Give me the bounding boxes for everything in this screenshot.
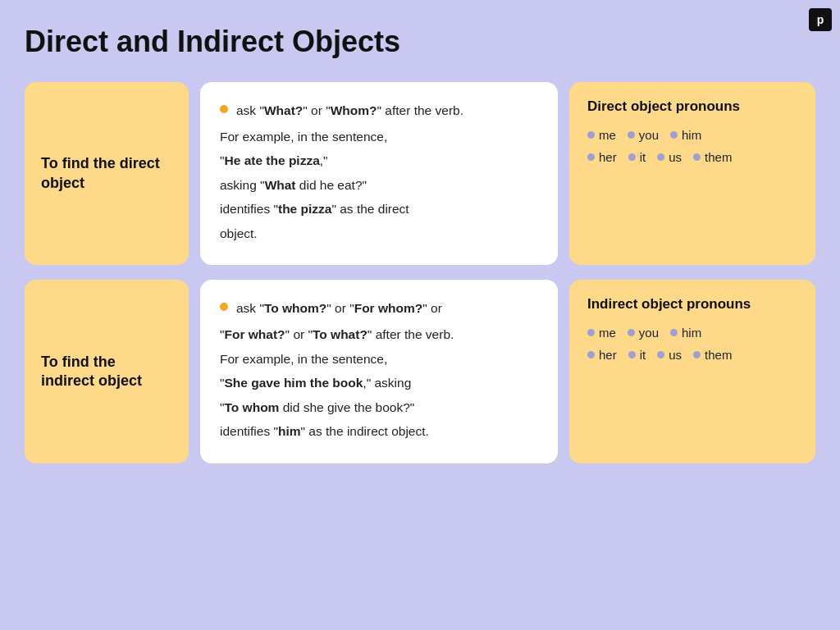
- direct-object-example-sentence: "He ate the pizza,": [220, 150, 538, 171]
- direct-object-example-intro: For example, in the sentence,: [220, 126, 538, 148]
- pronoun-them-indirect: them: [693, 348, 732, 362]
- direct-object-label-box: To find the direct object: [25, 82, 189, 265]
- pronoun-them-direct: them: [693, 150, 732, 164]
- pronoun-label: us: [669, 150, 682, 164]
- indirect-object-label-box: To find the indirect object: [25, 280, 189, 463]
- direct-pronouns-row-1: me you him: [587, 128, 797, 142]
- pronoun-label: him: [682, 128, 701, 142]
- pronoun-her-indirect: her: [587, 348, 617, 362]
- pronoun-label: me: [599, 326, 616, 340]
- direct-pronouns-title: Direct object pronouns: [587, 98, 797, 115]
- direct-object-bullet-text: ask "What?" or "Whom?" after the verb.: [236, 100, 463, 121]
- pronoun-label: me: [599, 128, 616, 142]
- pronoun-us-direct: us: [657, 150, 682, 164]
- pronoun-dot: [670, 329, 678, 336]
- direct-object-bullet-line: ask "What?" or "Whom?" after the verb.: [220, 100, 538, 121]
- pronoun-dot: [587, 131, 595, 139]
- direct-pronouns-grid: me you him her: [587, 128, 797, 164]
- direct-object-row: To find the direct object ask "What?" or…: [25, 82, 815, 265]
- indirect-object-asking: "To whom did she give the book?": [220, 397, 538, 418]
- pronoun-dot: [587, 329, 595, 336]
- indirect-pronouns-row-2: her it us them: [587, 348, 797, 362]
- pronoun-label: us: [669, 348, 682, 362]
- rows-container: To find the direct object ask "What?" or…: [25, 82, 815, 463]
- indirect-object-identifies: identifies "him" as the indirect object.: [220, 421, 538, 442]
- indirect-pronouns-title: Indirect object pronouns: [587, 296, 797, 313]
- indirect-object-label: To find the indirect object: [41, 353, 172, 391]
- pronoun-dot: [628, 131, 635, 139]
- page-title: Direct and Indirect Objects: [25, 25, 815, 59]
- pronoun-dot: [587, 153, 595, 161]
- indirect-object-row: To find the indirect object ask "To whom…: [25, 280, 815, 463]
- pronoun-dot: [628, 351, 636, 358]
- indirect-object-bullet-text: ask "To whom?" or "For whom?" or: [236, 298, 442, 319]
- pronoun-label: you: [639, 128, 659, 142]
- pronoun-him-direct: him: [670, 128, 701, 142]
- pronoun-label: you: [639, 326, 659, 340]
- pronoun-dot: [628, 153, 636, 161]
- pronoun-you-direct: you: [628, 128, 659, 142]
- direct-object-asking: asking "What did he eat?": [220, 175, 538, 196]
- pronoun-her-direct: her: [587, 150, 617, 164]
- indirect-object-bullet-cont: "For what?" or "To what?" after the verb…: [220, 324, 538, 345]
- bullet-dot-2: [220, 303, 228, 311]
- pronoun-dot: [693, 153, 701, 161]
- pronoun-me-direct: me: [587, 128, 616, 142]
- direct-object-identifies-end: object.: [220, 223, 538, 244]
- indirect-pronouns-row-1: me you him: [587, 326, 797, 340]
- pronoun-label: her: [599, 348, 617, 362]
- pronoun-dot: [693, 351, 701, 358]
- pronoun-it-direct: it: [628, 150, 646, 164]
- pronoun-dot: [587, 351, 595, 358]
- direct-object-label: To find the direct object: [41, 154, 172, 193]
- bullet-dot-1: [220, 105, 228, 113]
- indirect-object-example-sentence: "She gave him the book," asking: [220, 372, 538, 394]
- pronoun-it-indirect: it: [628, 348, 646, 362]
- direct-pronouns-box: Direct object pronouns me you him: [569, 82, 815, 265]
- pronoun-label: her: [599, 150, 617, 164]
- pronoun-label: them: [705, 348, 732, 362]
- pronoun-him-indirect: him: [670, 326, 701, 340]
- corner-badge: p: [809, 8, 832, 31]
- pronoun-you-indirect: you: [628, 326, 659, 340]
- pronoun-label: him: [682, 326, 701, 340]
- indirect-object-content-box: ask "To whom?" or "For whom?" or "For wh…: [200, 280, 558, 463]
- pronoun-dot: [628, 329, 635, 336]
- pronoun-label: it: [640, 348, 646, 362]
- indirect-object-bullet-line: ask "To whom?" or "For whom?" or: [220, 298, 538, 319]
- direct-pronouns-row-2: her it us them: [587, 150, 797, 164]
- pronoun-label: them: [705, 150, 732, 164]
- pronoun-us-indirect: us: [657, 348, 682, 362]
- pronoun-dot: [670, 131, 678, 139]
- indirect-pronouns-box: Indirect object pronouns me you him: [569, 280, 815, 463]
- pronoun-dot: [657, 153, 664, 161]
- indirect-pronouns-grid: me you him her: [587, 326, 797, 362]
- pronoun-label: it: [640, 150, 646, 164]
- direct-object-content-box: ask "What?" or "Whom?" after the verb. F…: [200, 82, 558, 265]
- indirect-object-example-intro: For example, in the sentence,: [220, 349, 538, 370]
- pronoun-dot: [657, 351, 664, 358]
- pronoun-me-indirect: me: [587, 326, 616, 340]
- direct-object-identifies: identifies "the pizza" as the direct: [220, 199, 538, 220]
